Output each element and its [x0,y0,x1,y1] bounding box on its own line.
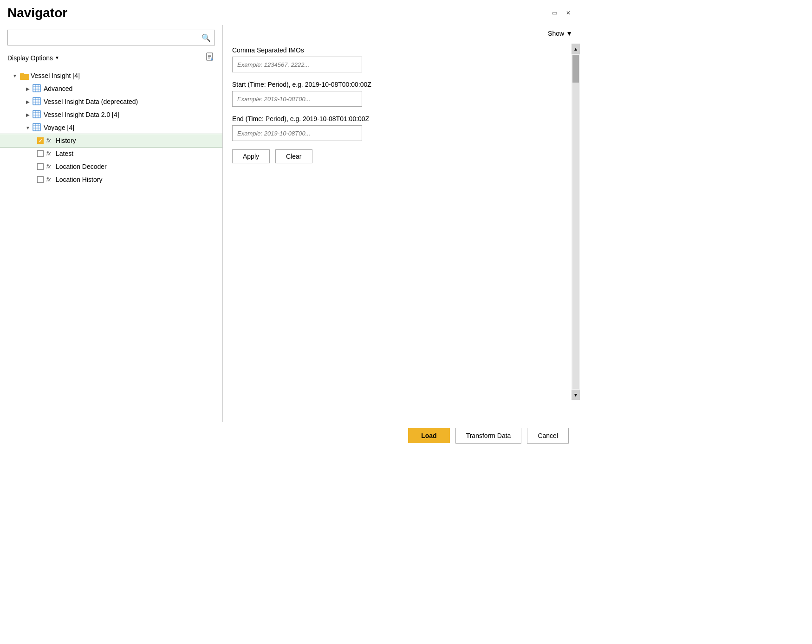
show-chevron-icon: ▼ [566,30,572,37]
tree-node-location-decoder[interactable]: fx Location Decoder [0,160,222,173]
transform-data-button[interactable]: Transform Data [455,428,522,444]
tree-node-vessel-insight-data-deprecated[interactable]: ▶ Vessel Insight Data (deprecated) [0,95,222,108]
folder-icon [19,72,29,79]
start-time-input[interactable] [232,91,362,107]
window-title: Navigator [7,6,67,20]
tree-node-vessel-insight-data-2[interactable]: ▶ Vessel Insight Data 2.0 [4] [0,108,222,121]
table-icon [32,97,42,106]
bottom-bar: Load Transform Data Cancel [0,422,580,449]
tree-expand-icon: ▶ [24,98,32,105]
fx-icon: fx [46,150,54,157]
fx-icon: fx [46,163,54,170]
left-panel: 🔍 Display Options ▼ ▼ [0,25,223,428]
vessel-insight-label: Vessel Insight [4] [31,72,80,79]
tree-node-history[interactable]: fx History [0,134,222,147]
tree-expand-icon: ▶ [24,111,32,118]
load-button[interactable]: Load [408,428,449,443]
table-icon [32,110,42,119]
search-bar: 🔍 [7,30,215,45]
tree-node-vessel-insight[interactable]: ▼ Vessel Insight [4] [0,69,222,82]
vessel-insight-data-2-label: Vessel Insight Data 2.0 [4] [44,111,119,118]
latest-label: Latest [56,150,73,157]
location-history-label: Location History [56,176,102,183]
end-time-label: End (Time: Period), e.g. 2019-10-08T01:0… [232,115,561,122]
imos-label: Comma Separated IMOs [232,46,561,54]
scroll-up-button[interactable]: ▲ [572,44,580,54]
svg-rect-8 [33,97,40,105]
apply-clear-row: Apply Clear [232,149,561,163]
location-decoder-label: Location Decoder [56,163,107,170]
search-input[interactable] [12,34,201,41]
latest-checkbox[interactable] [37,150,44,157]
tree-node-location-history[interactable]: fx Location History [0,173,222,186]
start-time-field-group: Start (Time: Period), e.g. 2019-10-08T00… [232,81,561,107]
show-label: Show [548,30,564,37]
search-icon[interactable]: 🔍 [201,33,211,42]
right-top-bar: Show ▼ [223,25,580,42]
history-checkbox[interactable] [37,137,44,144]
location-decoder-checkbox[interactable] [37,163,44,170]
table-icon [32,84,42,93]
voyage-label: Voyage [4] [44,124,74,131]
scroll-track [572,55,579,389]
scroll-down-button[interactable]: ▼ [572,390,580,400]
close-button[interactable]: ✕ [564,9,572,17]
history-label: History [56,137,76,144]
svg-rect-18 [33,123,40,131]
right-panel: Show ▼ ▲ ▼ Comma Separated IMOs Start (T… [223,25,580,428]
export-icon[interactable] [206,52,215,64]
tree-expand-icon: ▶ [24,85,32,92]
tree-node-latest[interactable]: fx Latest [0,147,222,160]
tree-container: ▼ Vessel Insight [4] ▶ [0,67,222,428]
cancel-button[interactable]: Cancel [527,428,569,444]
chevron-down-icon: ▼ [55,55,59,60]
end-time-field-group: End (Time: Period), e.g. 2019-10-08T01:0… [232,115,561,141]
vessel-insight-data-deprecated-label: Vessel Insight Data (deprecated) [44,98,138,105]
clear-button[interactable]: Clear [275,149,312,163]
show-dropdown[interactable]: Show ▼ [548,30,572,37]
window-controls: ▭ ✕ [550,9,572,17]
right-content: Comma Separated IMOs Start (Time: Period… [223,42,580,428]
apply-button[interactable]: Apply [232,149,270,163]
imos-field-group: Comma Separated IMOs [232,46,561,72]
tree-node-voyage[interactable]: ▼ Voyage [4] [0,121,222,134]
end-time-input[interactable] [232,125,362,141]
display-options-label: Display Options [7,54,53,62]
start-time-label: Start (Time: Period), e.g. 2019-10-08T00… [232,81,561,88]
minimize-button[interactable]: ▭ [550,9,559,17]
tree-collapse-icon: ▼ [24,124,32,131]
svg-rect-13 [33,110,40,118]
scrollbar: ▲ ▼ [572,44,580,400]
svg-rect-2 [20,73,24,75]
display-options-bar: Display Options ▼ [0,50,222,67]
divider [232,171,552,171]
title-bar: Navigator ▭ ✕ [0,0,580,20]
tree-node-advanced[interactable]: ▶ Advanced [0,82,222,95]
advanced-label: Advanced [44,85,72,92]
display-options-button[interactable]: Display Options ▼ [7,54,59,62]
fx-icon: fx [46,176,54,183]
location-history-checkbox[interactable] [37,176,44,183]
svg-rect-3 [33,84,40,92]
table-icon [32,123,42,132]
main-container: 🔍 Display Options ▼ ▼ [0,25,580,428]
scroll-thumb[interactable] [572,55,579,83]
tree-collapse-icon: ▼ [11,72,19,79]
fx-icon: fx [46,137,54,144]
imos-input[interactable] [232,57,362,72]
